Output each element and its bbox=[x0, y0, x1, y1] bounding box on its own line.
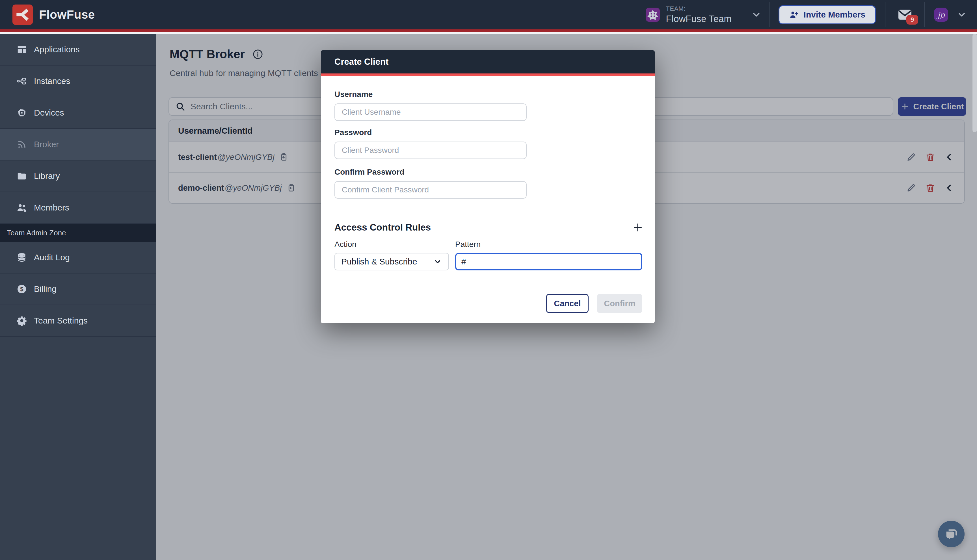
folder-icon bbox=[17, 171, 27, 182]
confirm-password-input[interactable] bbox=[334, 181, 527, 198]
nav-divider bbox=[885, 2, 885, 27]
team-avatar bbox=[646, 8, 660, 22]
create-client-modal: Create Client Username Password Confirm … bbox=[321, 50, 655, 323]
team-admin-zone-label: Team Admin Zone bbox=[0, 224, 156, 242]
user-avatar: jp bbox=[934, 8, 948, 22]
sidebar-item-library[interactable]: Library bbox=[0, 160, 156, 192]
sidebar: Applications Instances Devices Broker Li… bbox=[0, 34, 156, 560]
plus-icon bbox=[632, 222, 643, 233]
sidebar-item-members[interactable]: Members bbox=[0, 192, 156, 224]
chevron-down-icon bbox=[957, 10, 967, 20]
sidebar-item-instances[interactable]: Instances bbox=[0, 65, 156, 97]
action-label: Action bbox=[334, 240, 449, 249]
team-name: FlowFuse Team bbox=[666, 13, 751, 24]
username-label: Username bbox=[334, 90, 642, 99]
notifications-button[interactable]: 9 bbox=[898, 9, 912, 21]
team-selector[interactable]: TEAM: FlowFuse Team bbox=[646, 5, 769, 24]
action-select[interactable]: Publish & Subscribe bbox=[334, 253, 449, 270]
cancel-button[interactable]: Cancel bbox=[546, 294, 589, 313]
dollar-circle-icon: $ bbox=[17, 284, 27, 294]
password-label: Password bbox=[334, 128, 642, 137]
notification-badge: 9 bbox=[906, 15, 918, 25]
gear-icon bbox=[17, 315, 27, 326]
users-icon bbox=[17, 202, 27, 213]
client-username-input[interactable] bbox=[334, 103, 527, 121]
scrollbar-thumb[interactable] bbox=[972, 34, 977, 132]
modal-header: Create Client bbox=[321, 50, 655, 76]
brand[interactable]: FlowFuse bbox=[12, 5, 95, 25]
chevron-down-icon bbox=[433, 257, 442, 266]
sidebar-item-audit-log[interactable]: Audit Log bbox=[0, 242, 156, 273]
confirm-password-label: Confirm Password bbox=[334, 168, 642, 177]
applications-icon bbox=[17, 44, 27, 55]
flowfuse-logo-icon bbox=[12, 5, 33, 25]
pattern-input[interactable] bbox=[455, 253, 642, 270]
sidebar-item-broker[interactable]: Broker bbox=[0, 129, 156, 160]
sidebar-item-billing[interactable]: $ Billing bbox=[0, 273, 156, 305]
chevron-down-icon bbox=[751, 9, 762, 20]
client-password-input[interactable] bbox=[334, 142, 527, 159]
top-navbar: FlowFuse TEAM: FlowFuse Team Invite Memb… bbox=[0, 0, 977, 32]
team-label: TEAM: bbox=[666, 5, 751, 12]
sidebar-item-devices[interactable]: Devices bbox=[0, 97, 156, 129]
svg-text:$: $ bbox=[20, 286, 23, 292]
access-control-rules-heading: Access Control Rules bbox=[334, 222, 431, 233]
database-icon bbox=[17, 252, 27, 263]
confirm-button[interactable]: Confirm bbox=[597, 294, 642, 313]
user-menu[interactable]: jp bbox=[934, 8, 967, 22]
add-rule-button[interactable] bbox=[631, 221, 644, 234]
nav-divider bbox=[924, 2, 925, 27]
brand-name: FlowFuse bbox=[39, 8, 95, 22]
pattern-label: Pattern bbox=[455, 240, 642, 249]
modal-title: Create Client bbox=[334, 57, 388, 67]
invite-members-button[interactable]: Invite Members bbox=[778, 5, 876, 24]
broker-icon bbox=[17, 139, 27, 150]
nav-divider bbox=[769, 2, 770, 27]
sidebar-item-applications[interactable]: Applications bbox=[0, 34, 156, 65]
devices-icon bbox=[17, 107, 27, 118]
sidebar-item-team-settings[interactable]: Team Settings bbox=[0, 305, 156, 337]
user-plus-icon bbox=[789, 10, 799, 20]
instances-icon bbox=[17, 76, 27, 87]
